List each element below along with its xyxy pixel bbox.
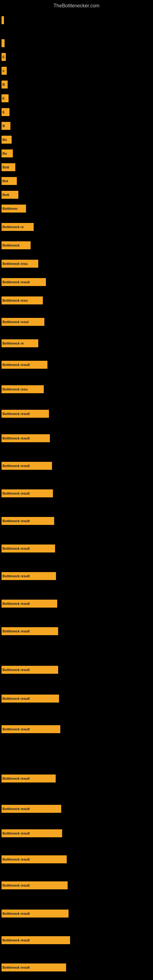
- bar-row-4: n: [0, 67, 7, 75]
- bar-row-41: Bottleneck result: [0, 910, 69, 918]
- bar-label-25: Bottleneck result: [2, 436, 30, 440]
- bar-label-42: Bottleneck result: [2, 939, 30, 942]
- bar-31: Bottleneck result: [2, 600, 57, 608]
- bar-row-34: Bottleneck result: [0, 695, 59, 703]
- bar-row-42: Bottleneck result: [0, 936, 70, 944]
- bar-40: Bottleneck result: [2, 881, 68, 889]
- bar-27: Bottleneck result: [2, 489, 53, 497]
- bar-24: Bottleneck result: [2, 410, 49, 418]
- bar-label-23: Bottleneck resu: [2, 387, 28, 391]
- bar-36: Bottleneck result: [2, 775, 56, 783]
- bar-row-20: Bottleneck resul: [0, 318, 45, 326]
- bar-label-36: Bottleneck result: [2, 776, 30, 780]
- bar-row-30: Bottleneck result: [0, 572, 56, 580]
- bar-13: Bott: [2, 191, 18, 199]
- bar-label-14: Bottlenec: [2, 207, 18, 210]
- bar-row-28: Bottleneck result: [0, 517, 54, 525]
- bar-row-15: Bottleneck re: [0, 223, 33, 231]
- bar-row-37: Bottleneck result: [0, 805, 61, 813]
- bar-label-34: Bottleneck result: [2, 697, 30, 700]
- bar-11: Bott: [2, 163, 15, 171]
- bar-row-24: Bottleneck result: [0, 410, 49, 418]
- bar-label-21: Bottleneck re: [2, 342, 24, 345]
- bar-39: Bottleneck result: [2, 855, 67, 863]
- bar-label-9: Bo: [2, 138, 7, 142]
- bar-row-25: Bottleneck result: [0, 434, 50, 442]
- bar-9: Bo: [2, 136, 12, 144]
- bar-2: [2, 39, 5, 47]
- bar-row-39: Bottleneck result: [0, 855, 67, 863]
- bars-wrapper: EnBEEBBoBoBottBotBottBottlenecBottleneck…: [0, 13, 153, 978]
- bar-8: B: [2, 122, 10, 130]
- bar-row-43: Bottleneck result: [0, 964, 66, 971]
- bar-label-39: Bottleneck result: [2, 858, 30, 861]
- bar-10: Bo: [2, 150, 13, 158]
- bar-14: Bottlenec: [2, 205, 26, 213]
- bar-4: n: [2, 67, 7, 75]
- bar-row-31: Bottleneck result: [0, 600, 57, 608]
- bar-label-7: E: [2, 110, 5, 114]
- bar-23: Bottleneck resu: [2, 385, 44, 393]
- bar-row-11: Bott: [0, 163, 15, 171]
- bar-row-13: Bott: [0, 191, 18, 199]
- bar-label-29: Bottleneck result: [2, 547, 30, 550]
- bar-label-32: Bottleneck result: [2, 629, 30, 633]
- bar-label-24: Bottleneck result: [2, 412, 30, 415]
- bar-row-35: Bottleneck result: [0, 725, 60, 733]
- bar-41: Bottleneck result: [2, 910, 69, 918]
- bar-5: B: [2, 81, 8, 89]
- bar-label-18: Bottleneck result: [2, 280, 30, 284]
- bar-42: Bottleneck result: [2, 936, 70, 944]
- bar-15: Bottleneck re: [2, 223, 33, 231]
- bar-25: Bottleneck result: [2, 434, 50, 442]
- bar-row-22: Bottleneck result: [0, 361, 48, 369]
- bar-label-4: n: [2, 69, 5, 73]
- bar-21: Bottleneck re: [2, 339, 38, 347]
- bar-label-16: Bottleneck: [2, 243, 19, 247]
- site-title: TheBottlenecker.com: [0, 0, 153, 13]
- bar-row-27: Bottleneck result: [0, 489, 53, 497]
- bar-label-17: Bottleneck resu: [2, 262, 28, 266]
- bar-label-35: Bottleneck result: [2, 727, 30, 731]
- bar-row-26: Bottleneck result: [0, 462, 52, 470]
- bar-row-29: Bottleneck result: [0, 544, 55, 552]
- bar-row-10: Bo: [0, 150, 13, 158]
- bar-row-1: [0, 16, 4, 24]
- bar-label-6: E: [2, 97, 5, 100]
- bar-22: Bottleneck result: [2, 361, 48, 369]
- bar-7: E: [2, 108, 10, 116]
- bar-label-37: Bottleneck result: [2, 807, 30, 811]
- bar-29: Bottleneck result: [2, 544, 55, 552]
- bar-34: Bottleneck result: [2, 695, 59, 703]
- bar-43: Bottleneck result: [2, 964, 66, 971]
- bar-row-40: Bottleneck result: [0, 881, 68, 889]
- bar-row-3: E: [0, 53, 6, 61]
- bar-row-7: E: [0, 108, 10, 116]
- bar-row-8: B: [0, 122, 10, 130]
- bar-row-5: B: [0, 81, 8, 89]
- bar-label-31: Bottleneck result: [2, 602, 30, 605]
- bar-37: Bottleneck result: [2, 805, 61, 813]
- bar-label-26: Bottleneck result: [2, 464, 30, 468]
- bar-row-9: Bo: [0, 136, 12, 144]
- bar-row-17: Bottleneck resu: [0, 260, 38, 268]
- bar-label-10: Bo: [2, 151, 7, 155]
- bar-28: Bottleneck result: [2, 517, 54, 525]
- bar-label-3: E: [2, 55, 5, 59]
- bar-6: E: [2, 94, 9, 102]
- bar-label-12: Bot: [2, 179, 8, 183]
- bar-20: Bottleneck resul: [2, 318, 45, 326]
- bar-row-18: Bottleneck result: [0, 278, 46, 286]
- bar-label-43: Bottleneck result: [2, 966, 30, 969]
- bar-row-2: [0, 39, 5, 47]
- bar-label-30: Bottleneck result: [2, 574, 30, 578]
- bar-label-15: Bottleneck re: [2, 225, 24, 229]
- bar-row-32: Bottleneck result: [0, 627, 58, 635]
- bar-label-19: Bottleneck resu: [2, 299, 28, 302]
- bar-row-14: Bottlenec: [0, 205, 26, 213]
- bar-label-22: Bottleneck result: [2, 363, 30, 367]
- bar-row-21: Bottleneck re: [0, 339, 38, 347]
- bar-row-19: Bottleneck resu: [0, 296, 43, 304]
- bar-label-38: Bottleneck result: [2, 832, 30, 835]
- bar-label-27: Bottleneck result: [2, 492, 30, 495]
